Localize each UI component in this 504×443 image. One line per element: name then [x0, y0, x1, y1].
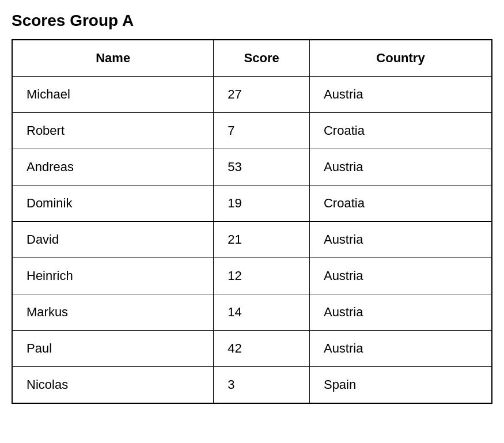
cell-score: 27: [214, 77, 310, 113]
cell-country: Austria: [309, 294, 492, 331]
cell-name: Andreas: [12, 149, 214, 185]
cell-name: David: [12, 222, 214, 258]
column-header-name: Name: [12, 40, 214, 77]
page-title: Scores Group A: [12, 12, 492, 30]
table-header-row: Name Score Country: [12, 40, 492, 77]
cell-country: Croatia: [309, 113, 492, 149]
cell-country: Spain: [309, 367, 492, 404]
cell-score: 19: [214, 185, 310, 222]
cell-score: 42: [214, 331, 310, 367]
table-row: Dominik19Croatia: [12, 185, 492, 222]
cell-score: 53: [214, 149, 310, 185]
cell-score: 7: [214, 113, 310, 149]
cell-country: Austria: [309, 149, 492, 185]
table-row: Nicolas3Spain: [12, 367, 492, 404]
table-row: Markus14Austria: [12, 294, 492, 331]
cell-name: Nicolas: [12, 367, 214, 404]
cell-country: Croatia: [309, 185, 492, 222]
cell-country: Austria: [309, 222, 492, 258]
table-row: Robert7Croatia: [12, 113, 492, 149]
cell-country: Austria: [309, 77, 492, 113]
cell-name: Heinrich: [12, 258, 214, 294]
table-row: Paul42Austria: [12, 331, 492, 367]
column-header-country: Country: [309, 40, 492, 77]
cell-name: Paul: [12, 331, 214, 367]
cell-name: Dominik: [12, 185, 214, 222]
cell-name: Markus: [12, 294, 214, 331]
cell-score: 14: [214, 294, 310, 331]
table-row: David21Austria: [12, 222, 492, 258]
cell-name: Robert: [12, 113, 214, 149]
scores-table: Name Score Country Michael27AustriaRober…: [12, 39, 492, 404]
table-row: Heinrich12Austria: [12, 258, 492, 294]
cell-score: 21: [214, 222, 310, 258]
column-header-score: Score: [214, 40, 310, 77]
cell-score: 12: [214, 258, 310, 294]
cell-country: Austria: [309, 331, 492, 367]
table-row: Andreas53Austria: [12, 149, 492, 185]
cell-country: Austria: [309, 258, 492, 294]
cell-score: 3: [214, 367, 310, 404]
table-row: Michael27Austria: [12, 77, 492, 113]
cell-name: Michael: [12, 77, 214, 113]
